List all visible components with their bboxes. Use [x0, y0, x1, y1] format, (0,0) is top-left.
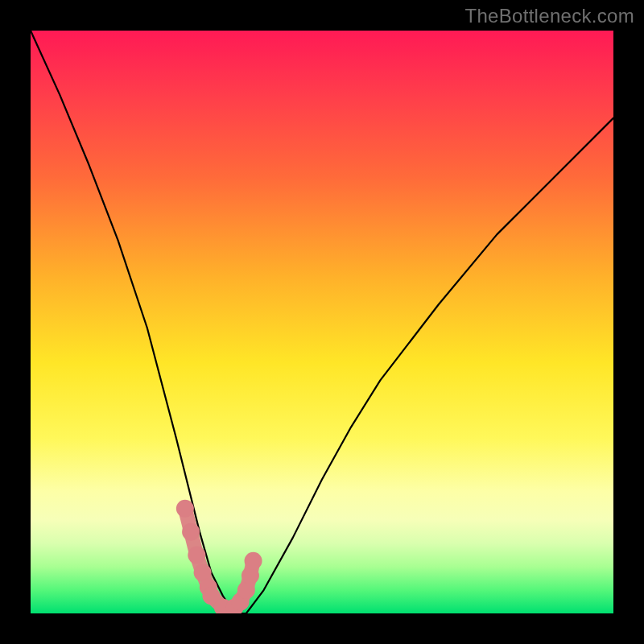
chart-container: TheBottleneck.com	[0, 0, 644, 644]
watermark: TheBottleneck.com	[464, 5, 634, 27]
plot-area	[31, 31, 613, 613]
background-gradient	[31, 31, 613, 613]
